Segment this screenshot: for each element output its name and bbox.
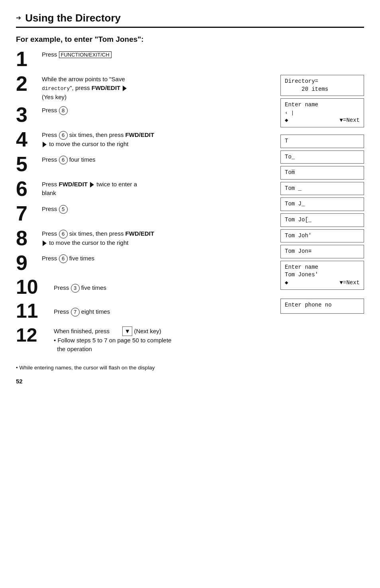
display-enter-name-1: Enter name ‹ | ◆▼=Next <box>280 98 364 127</box>
display-step-3: T <box>280 135 364 148</box>
step-number-7: 7 <box>16 203 42 224</box>
step-9: 9 Press 6 five times <box>16 252 272 273</box>
triangle-right-icon <box>123 86 127 91</box>
step-number-4: 4 <box>16 129 42 150</box>
triangle-right-icon-6 <box>90 182 94 188</box>
step-7: 7 Press 5 <box>16 202 272 224</box>
display-step-8: Tom Jo[_ <box>280 213 364 227</box>
page-title: Using the Directory <box>25 12 121 24</box>
key-5: 5 <box>59 205 68 214</box>
key-8: 8 <box>59 106 68 115</box>
page-header: ➔ Using the Directory <box>16 12 364 28</box>
step-2: 2 While the arrow points to "Save direct… <box>16 72 272 101</box>
step-number-2: 2 <box>16 73 42 94</box>
key-3: 3 <box>71 284 80 293</box>
step-number-11: 11 <box>16 301 54 321</box>
key-7: 7 <box>71 308 80 316</box>
section-intro: For example, to enter "Tom Jones": <box>16 35 364 44</box>
key-6-step4: 6 <box>59 131 68 140</box>
step-8: 8 Press 6 six times, then press FWD/EDIT… <box>16 227 272 248</box>
display-step-4: To_ <box>280 150 364 164</box>
footnote: • While entering names, the cursor will … <box>16 365 364 371</box>
step-number-10: 10 <box>16 277 54 297</box>
step-4: 4 Press 6 six times, then press FWD/EDIT… <box>16 128 272 150</box>
display-column: Directory= 20 items Enter name ‹ | ◆▼=Ne… <box>280 48 364 314</box>
function-exit-ch-key: FUNCTION/EXIT/CH <box>59 51 112 58</box>
display-step-5: Tom̅ <box>280 166 364 180</box>
step-12: 12 When finished, press ▼ (Next key) • F… <box>16 324 272 353</box>
step-3: 3 Press 8 <box>16 104 272 125</box>
step-11: 11 Press 7 eight times <box>16 300 272 321</box>
key-6-step5: 6 <box>59 156 68 164</box>
display-step-9: Tom Joh' <box>280 229 364 243</box>
step-6: 6 Press FWD/EDIT twice to enter a blank <box>16 178 272 199</box>
triangle-right-icon-4 <box>43 142 47 147</box>
step-number-5: 5 <box>16 154 42 174</box>
step-number-9: 9 <box>16 252 42 273</box>
triangle-right-icon-8 <box>43 240 47 246</box>
step-number-6: 6 <box>16 178 42 199</box>
step-5: 5 Press 6 four times <box>16 153 272 174</box>
display-step-6: Tom _ <box>280 182 364 195</box>
display-step-7: Tom J_ <box>280 197 364 211</box>
page-number: 52 <box>16 378 364 385</box>
display-step-12: Enter phone no <box>280 299 364 314</box>
step-number-8: 8 <box>16 228 42 248</box>
triangle-down-icon <box>112 328 120 336</box>
step-number-3: 3 <box>16 104 42 125</box>
step-1: 1 Press FUNCTION/EXIT/CH <box>16 48 272 69</box>
display-step-2: Directory= 20 items <box>280 75 364 96</box>
step-10: 10 Press 3 five times <box>16 276 272 297</box>
key-6-step8: 6 <box>59 230 68 238</box>
step-number-1: 1 <box>16 49 42 69</box>
display-step-11: Enter name Tom Jones' ◆▼=Next <box>280 261 364 290</box>
step-number-12: 12 <box>16 325 54 345</box>
key-6-step9: 6 <box>59 254 68 263</box>
arrow-icon: ➔ <box>16 13 21 23</box>
display-step-10: Tom Jon≡ <box>280 245 364 258</box>
